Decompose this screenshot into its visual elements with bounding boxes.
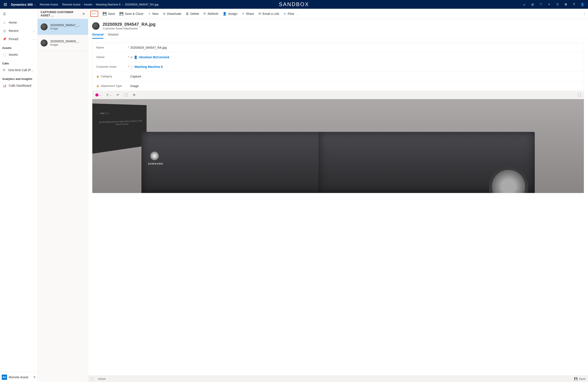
chevron-down-icon: ⌄: [33, 38, 35, 41]
list-header: CAPTURED CUSTOMER ASSET … ✕: [38, 9, 88, 19]
save-button[interactable]: 💾Save: [103, 9, 115, 19]
chevron-down-icon: ⌄: [99, 94, 101, 96]
nav-home[interactable]: ⌂ Home: [0, 18, 37, 27]
nav-onetime-call[interactable]: ✆ One-time Call (Previ…: [0, 66, 37, 74]
hamburger-icon[interactable]: ☰: [1, 10, 8, 18]
content-area: ⟵ 💾Save 💾Save & Close ＋New ⊘Deactivate 🗑…: [88, 9, 588, 382]
rotate-icon[interactable]: ⟲: [133, 93, 135, 97]
mail-icon: ✉: [258, 12, 261, 16]
assign-button[interactable]: 👤Assign: [223, 9, 237, 19]
thumbnail-icon: [41, 23, 48, 30]
updown-icon: ⇅: [33, 376, 36, 379]
area-badge: RA: [2, 375, 7, 380]
crumb-assets[interactable]: Assets: [84, 3, 92, 6]
share-button[interactable]: ↗Share: [242, 9, 254, 19]
top-navbar: Dynamics 365 ⌄ Remote Assist Remote Assi…: [0, 0, 588, 9]
hololens-panel: ← Hvac 2 ✎ Use the buttons above to capt…: [92, 104, 147, 154]
area-switcher[interactable]: RA Remote Assist ⇅: [0, 372, 37, 382]
asset-link[interactable]: Washing Machine 6: [134, 65, 163, 68]
list-title: CAPTURED CUSTOMER ASSET …: [41, 10, 83, 17]
chevron-down-icon[interactable]: ⌄: [34, 3, 36, 6]
appliance-right: [318, 132, 535, 193]
nav-assets[interactable]: ⬚ Assets: [0, 50, 37, 59]
overflow-icon[interactable]: ⋮: [583, 12, 586, 16]
label-category: 🔒Category: [96, 75, 127, 78]
undo-icon[interactable]: ↶: [117, 93, 119, 97]
owner-link[interactable]: Abraham McCormick: [139, 55, 169, 59]
deactivate-button[interactable]: ⊘Deactivate: [163, 9, 181, 19]
task-icon[interactable]: ◎: [531, 3, 534, 6]
crumb-app[interactable]: Remote Assist: [40, 3, 58, 6]
record-title: 20200929_094547_RA.jpg: [103, 22, 155, 27]
nav-label: Assets: [9, 53, 18, 56]
list-item-subtitle: Image: [50, 43, 81, 46]
label-name: Name: [96, 46, 127, 49]
person-icon: 👤: [134, 55, 138, 59]
field-category: Capture: [130, 75, 580, 78]
image-toolbar: ⌄ ▽⌄ ↶ ⛶ ⟲ ⛶: [92, 91, 584, 99]
list-item[interactable]: 20200929_094609_… Image: [38, 35, 88, 51]
save-icon: 💾: [574, 377, 578, 381]
edit-icon: ✎: [108, 112, 109, 114]
list-item[interactable]: 20200929_094547_… Image: [38, 19, 88, 35]
color-picker[interactable]: ⌄: [95, 93, 101, 96]
trash-icon: 🗑: [186, 12, 189, 16]
highlighter-icon[interactable]: ▽⌄: [106, 93, 111, 97]
pin-icon: 📌: [3, 37, 6, 41]
status-value[interactable]: Active: [98, 377, 106, 381]
help-icon[interactable]: ?: [572, 3, 576, 6]
flow-icon: ∿: [284, 12, 286, 16]
form-tabs: General Related: [88, 30, 588, 39]
area-label: Remote Assist: [9, 375, 28, 379]
nav-label: Recent: [9, 29, 18, 33]
filter-icon[interactable]: ▽: [556, 3, 559, 6]
close-icon[interactable]: ✕: [83, 12, 85, 16]
thumbnail-icon: [41, 40, 48, 46]
field-customer-asset[interactable]: ⬚ Washing Machine 6: [130, 65, 580, 68]
tab-general[interactable]: General: [92, 33, 104, 38]
plus-icon[interactable]: ＋: [547, 3, 551, 6]
expand-icon[interactable]: ⛶: [578, 93, 581, 97]
gear-icon[interactable]: ⚙: [564, 3, 567, 6]
save-icon: 💾: [103, 12, 107, 16]
attachment-image[interactable]: ← Hvac 2 ✎ Use the buttons above to capt…: [92, 99, 584, 193]
chevron-down-icon: ⌄: [297, 12, 299, 15]
status-bar: ⛶ Active 💾 Save: [88, 375, 588, 382]
field-owner[interactable]: ◷ 👤 Abraham McCormick: [130, 55, 580, 59]
save-close-icon: 💾: [119, 12, 124, 16]
list-panel: CAPTURED CUSTOMER ASSET … ✕ 20200929_094…: [38, 9, 88, 382]
nav-calls-dashboard[interactable]: 📊 Calls Dashboard: [0, 82, 37, 90]
save-close-button[interactable]: 💾Save & Close: [119, 9, 143, 19]
nav-recent[interactable]: ◷ Recent ⌄: [0, 27, 37, 35]
share-icon: ↗: [242, 12, 244, 16]
nav-section-analytics: Analytics and Insights: [0, 74, 37, 82]
crop-icon[interactable]: ⛶: [125, 93, 127, 97]
label-owner: Owner: [96, 55, 127, 59]
chevron-down-icon: ⌄: [33, 29, 35, 32]
search-icon[interactable]: ⌕: [523, 3, 526, 6]
assign-icon: 👤: [223, 12, 227, 16]
new-button[interactable]: ＋New: [148, 9, 158, 19]
expand-icon[interactable]: ⛶: [91, 377, 94, 381]
back-button[interactable]: ⟵: [90, 11, 98, 17]
nav-pinned[interactable]: 📌 Pinned ⌄: [0, 35, 37, 43]
refresh-button[interactable]: ⟳Refresh: [203, 9, 218, 19]
field-name[interactable]: 20200929_094547_RA.jpg: [130, 46, 580, 49]
status-save-button[interactable]: Save: [579, 377, 585, 381]
flow-button[interactable]: ∿Flow⌄: [284, 9, 299, 19]
tab-related[interactable]: Related: [108, 33, 118, 38]
lightbulb-icon[interactable]: ♡: [539, 3, 543, 6]
delete-button[interactable]: 🗑Delete: [186, 9, 199, 19]
brand-label[interactable]: Dynamics 365: [11, 3, 33, 6]
crumb-parent[interactable]: Washing Machine 6: [96, 3, 121, 6]
app-launcher-icon[interactable]: [2, 3, 9, 6]
image-section: ⌄ ▽⌄ ↶ ⛶ ⟲ ⛶ ← Hvac 2 ✎: [92, 91, 584, 193]
color-dot-icon: [95, 93, 98, 96]
user-icon[interactable]: 👤: [581, 3, 584, 6]
crumb-area[interactable]: Remote Assist: [62, 3, 80, 6]
command-bar: ⟵ 💾Save 💾Save & Close ＋New ⊘Deactivate 🗑…: [88, 9, 588, 19]
lock-icon: 🔒: [96, 85, 99, 87]
email-link-button[interactable]: ✉Email a Link: [258, 9, 279, 19]
field-attachment-type: Image: [130, 84, 580, 88]
nav-label: Pinned: [9, 37, 18, 41]
